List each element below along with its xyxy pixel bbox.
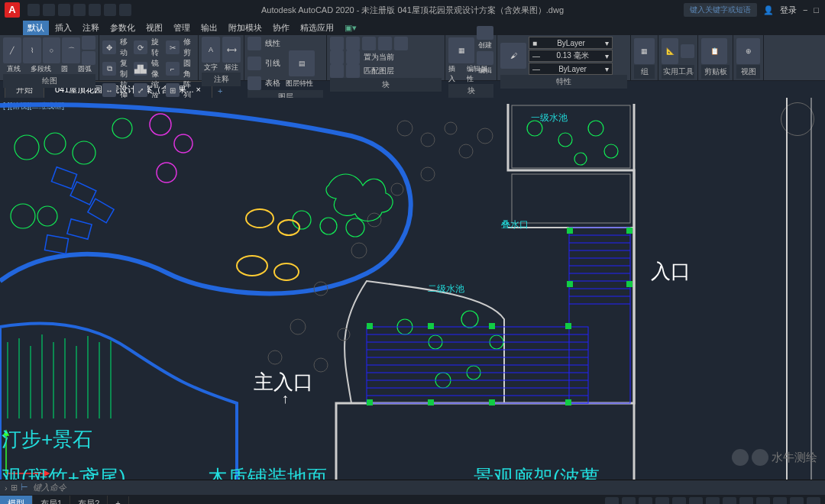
dimension-button[interactable]: ⟷ (222, 37, 241, 63)
text-button[interactable]: A (202, 37, 220, 63)
ribbon-tab-view[interactable]: 视图 (141, 21, 167, 35)
cmd-placeholder[interactable]: 键入命令 (33, 482, 66, 493)
lineweight-combo[interactable]: —0.13 毫米▾ (529, 50, 613, 62)
maximize-icon[interactable]: □ (814, 5, 819, 15)
copy-button[interactable]: ⧉ (102, 62, 116, 76)
table-button[interactable] (247, 76, 261, 90)
draw-more2-icon[interactable] (82, 51, 95, 65)
circle-button[interactable]: ○ (43, 37, 61, 63)
group-button[interactable]: ▦ (634, 38, 655, 64)
otrack-toggle-icon[interactable] (689, 497, 703, 504)
cmd-chevron-icon[interactable]: › (5, 483, 8, 493)
snap-toggle-icon[interactable] (622, 497, 636, 504)
ribbon-tab-expand-icon[interactable]: ▣▾ (340, 21, 361, 34)
customize-icon[interactable] (807, 497, 820, 504)
lwt-toggle-icon[interactable] (706, 497, 720, 504)
grid-toggle-icon[interactable] (605, 497, 619, 504)
command-line[interactable]: › ⊞ ⊢ 键入命令 (0, 480, 825, 495)
block-icon9[interactable] (346, 64, 360, 78)
cleanscreen-icon[interactable] (790, 497, 804, 504)
drawing-canvas[interactable]: [-][俯视][二维线框] (0, 98, 825, 480)
ribbon-tab-default[interactable]: 默认 (23, 21, 49, 35)
minimize-icon[interactable]: − (803, 5, 807, 15)
status-toggles (605, 497, 825, 504)
block-icon3[interactable] (362, 37, 376, 50)
layout1-tab[interactable]: 布局1 (33, 496, 70, 505)
qat-saveas-icon[interactable] (73, 4, 86, 16)
ortho-toggle-icon[interactable] (639, 497, 652, 504)
login-button[interactable]: 登录 (780, 5, 797, 16)
monitor-icon[interactable] (773, 497, 787, 504)
util-button[interactable]: 📐 (662, 38, 678, 64)
ribbon-tab-annotate[interactable]: 注释 (78, 21, 104, 35)
trim-button[interactable]: ✂ (166, 40, 180, 54)
osnap-toggle-icon[interactable] (672, 497, 686, 504)
qat-redo-icon[interactable] (119, 4, 131, 16)
help-search-input[interactable]: 键入关键字或短语 (684, 3, 757, 17)
qat-open-icon[interactable] (43, 4, 55, 16)
svg-rect-87 (567, 228, 573, 234)
block-icon6[interactable] (330, 50, 344, 64)
polar-toggle-icon[interactable] (655, 497, 669, 504)
ribbon-tab-addin[interactable]: 附加模块 (224, 21, 267, 35)
block-icon[interactable] (330, 37, 344, 50)
stretch-button[interactable]: ↔ (102, 83, 116, 97)
qat-undo-icon[interactable] (104, 4, 116, 16)
move-button[interactable]: ✥ (102, 40, 116, 54)
leader-button[interactable] (247, 57, 261, 70)
edit-block-button[interactable] (477, 51, 493, 65)
block-icon7[interactable] (346, 50, 360, 64)
create-block-button[interactable] (477, 26, 493, 40)
ribbon-tab-manage[interactable]: 管理 (169, 21, 195, 35)
block-icon2[interactable] (346, 37, 360, 50)
paste-button[interactable]: 📋 (701, 38, 727, 64)
layout-add-button[interactable]: + (108, 496, 128, 504)
matchprops-button[interactable]: 🖌 (500, 43, 526, 69)
insert-block-button[interactable]: ▦ (448, 37, 474, 63)
user-icon[interactable]: 👤 (763, 5, 774, 15)
close-tab-icon[interactable]: × (196, 85, 201, 94)
qat-save-icon[interactable] (58, 4, 70, 16)
util2-button[interactable] (681, 44, 694, 58)
layer-props-button[interactable]: ▤ (289, 50, 315, 76)
panel-props-label: 特性 (500, 75, 627, 89)
polyline-button[interactable]: ⌇ (23, 37, 41, 63)
block-icon8[interactable] (330, 64, 344, 78)
scale-button[interactable]: ⤢ (134, 83, 147, 97)
linear-button[interactable] (247, 37, 261, 50)
transparency-toggle-icon[interactable] (723, 497, 736, 504)
mirror-button[interactable]: ▟▙ (134, 62, 147, 76)
status-bar: 模型 布局1 布局2 + (0, 495, 825, 504)
layout2-tab[interactable]: 布局2 (70, 496, 108, 505)
ribbon-tab-output[interactable]: 输出 (196, 21, 222, 35)
arc-button[interactable]: ⌒ (62, 37, 80, 63)
ribbon-tab-collab[interactable]: 协作 (268, 21, 294, 35)
layer-combo-value: ByLayer (557, 39, 585, 47)
fillet-button[interactable]: ⌐ (166, 62, 180, 76)
qat-plot-icon[interactable] (89, 4, 101, 16)
array-button[interactable]: ⊞ (166, 83, 180, 97)
qat-new-icon[interactable] (28, 4, 40, 16)
svg-point-20 (11, 204, 35, 228)
annoscale-toggle-icon[interactable] (739, 497, 753, 504)
app-logo[interactable]: A (5, 2, 20, 18)
draw-more-icon[interactable] (82, 36, 95, 50)
basepoint-button[interactable]: ⊕ (736, 38, 760, 64)
svg-rect-86 (565, 399, 571, 405)
workspace-icon[interactable] (756, 497, 770, 504)
mirror-label: 镜像 (150, 58, 163, 79)
ribbon-tab-parametric[interactable]: 参数化 (105, 21, 140, 35)
block-icon4[interactable] (378, 37, 392, 50)
model-tab[interactable]: 模型 (0, 496, 33, 505)
layer-color-combo[interactable]: ■ByLayer▾ (529, 37, 613, 49)
rotate-button[interactable]: ⟳ (134, 40, 147, 54)
ribbon-tab-insert[interactable]: 插入 (50, 21, 76, 35)
dim-label: 标注 (225, 63, 238, 73)
cmd-grid-icon[interactable]: ⊞ (11, 483, 18, 493)
block-icon5[interactable] (394, 37, 408, 50)
ribbon-tab-featured[interactable]: 精选应用 (296, 21, 338, 35)
linetype-combo[interactable]: —ByLayer▾ (529, 63, 613, 75)
svg-point-24 (346, 218, 364, 237)
polyline-label: 多段线 (31, 64, 51, 74)
line-button[interactable]: ╱ (3, 37, 21, 63)
